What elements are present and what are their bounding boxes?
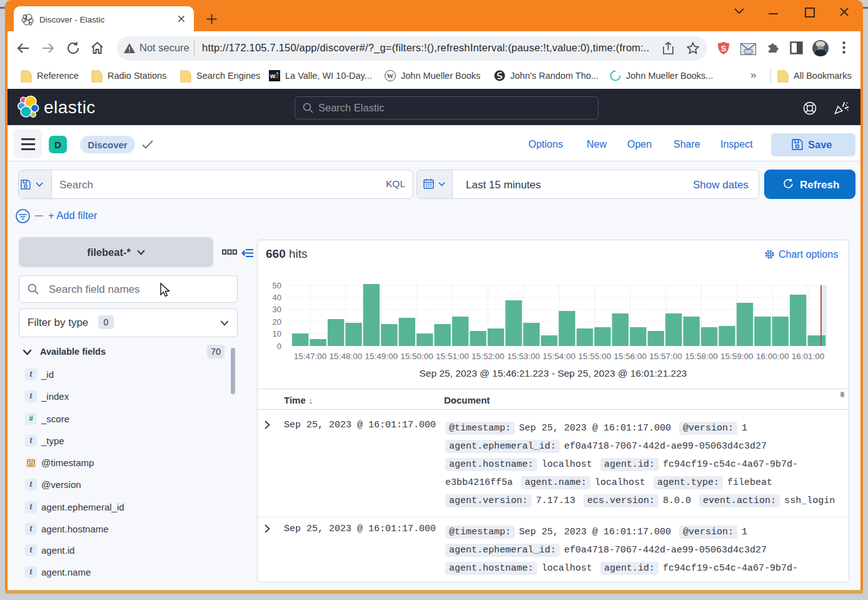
svg-text:15:47:00: 15:47:00	[294, 352, 327, 361]
svg-text:10: 10	[273, 329, 281, 338]
svg-text:16:00:00: 16:00:00	[756, 352, 789, 361]
svg-text:15:53:00: 15:53:00	[507, 352, 540, 361]
svg-text:15:51:00: 15:51:00	[436, 352, 469, 361]
svg-text:S: S	[721, 44, 727, 53]
svg-text:15:54:00: 15:54:00	[543, 352, 576, 361]
svg-text:15:57:00: 15:57:00	[649, 352, 682, 361]
svg-text:W: W	[387, 72, 394, 79]
svg-text:30: 30	[273, 305, 281, 314]
svg-text:15:50:00: 15:50:00	[400, 352, 433, 361]
svg-text:15:48:00: 15:48:00	[330, 352, 363, 361]
svg-text:16:01:00: 16:01:00	[792, 352, 825, 361]
svg-text:0: 0	[277, 342, 281, 351]
svg-text:50: 50	[273, 281, 281, 290]
svg-text:15:49:00: 15:49:00	[365, 352, 398, 361]
svg-text:15:52:00: 15:52:00	[472, 352, 505, 361]
svg-text:15:55:00: 15:55:00	[578, 352, 612, 361]
svg-text:40: 40	[273, 293, 281, 302]
svg-text:15:56:00: 15:56:00	[613, 352, 647, 361]
svg-text:15:59:00: 15:59:00	[720, 352, 754, 361]
svg-text:20: 20	[273, 317, 281, 327]
svg-text:15:58:00: 15:58:00	[685, 352, 718, 361]
